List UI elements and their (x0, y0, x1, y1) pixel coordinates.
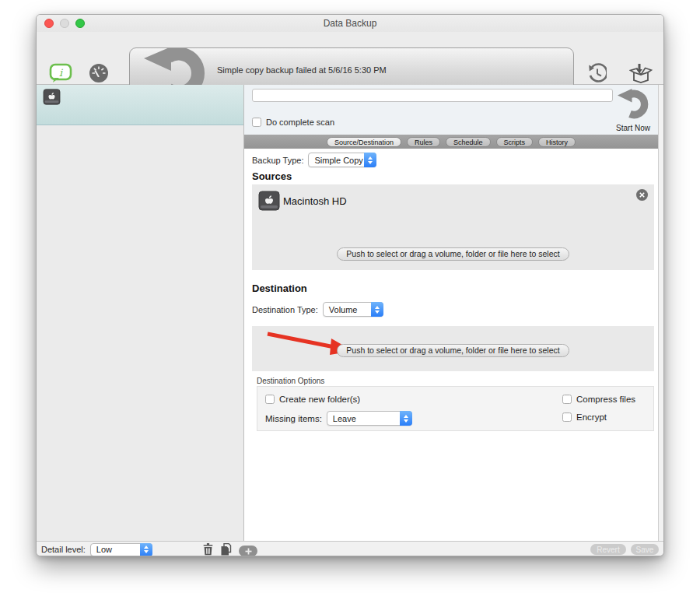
close-icon (639, 192, 645, 198)
source-volume-row[interactable]: Macintosh HD (258, 191, 347, 211)
backup-set-header: Do complete scan Start Now (244, 85, 658, 135)
destinations-box-icon (629, 63, 653, 83)
sources-heading: Sources (252, 170, 292, 182)
popup-stepper-icon (371, 302, 383, 317)
history-clock-icon (586, 63, 607, 83)
destination-box: Push to select or drag a volume, folder … (252, 326, 654, 371)
plus-icon (245, 548, 252, 555)
create-new-folders-checkbox[interactable] (265, 395, 275, 404)
tab-source-destination[interactable]: Source/Destination (327, 137, 401, 147)
main-panel: Do complete scan Start Now Source/Destin… (244, 85, 663, 541)
destination-type-select[interactable]: Volume (323, 302, 383, 317)
missing-items-label: Missing items: (265, 414, 322, 423)
popup-stepper-icon (400, 411, 412, 426)
delete-backup-set-button[interactable] (203, 543, 213, 556)
do-complete-scan-label: Do complete scan (266, 118, 334, 127)
backups-bubble-icon: i (49, 63, 72, 83)
status-message: Simple copy backup failed at 5/6/16 5:30… (217, 65, 387, 75)
destination-options-heading: Destination Options (257, 377, 324, 385)
bottom-bar: Detail level: Low (37, 541, 663, 556)
create-new-folders-label: Create new folder(s) (279, 395, 360, 404)
duplicate-backup-set-button[interactable] (220, 543, 232, 556)
toolbar: i Backups Dashboard (37, 32, 663, 85)
macintosh-hd-disk-icon (43, 89, 61, 105)
destination-heading: Destination (252, 282, 307, 294)
start-now-label: Start Now (613, 124, 653, 132)
detail-level-label: Detail level: (41, 545, 86, 554)
remove-source-button[interactable] (636, 189, 648, 201)
sources-box: Macintosh HD Push to select or drag a vo… (252, 184, 654, 270)
encrypt-label: Encrypt (576, 412, 607, 422)
start-now-arrow-icon (616, 88, 650, 121)
destination-options-box: Create new folder(s) Compress files Miss… (257, 386, 654, 431)
encrypt-checkbox[interactable] (562, 412, 572, 422)
backup-set-list (37, 85, 244, 541)
save-button[interactable]: Save (631, 544, 659, 555)
tab-bar: Source/Destination Rules Schedule Script… (244, 135, 658, 149)
backup-type-select[interactable]: Simple Copy (308, 153, 376, 167)
tab-scripts[interactable]: Scripts (496, 137, 534, 147)
source-volume-name: Macintosh HD (283, 195, 347, 207)
tab-rules[interactable]: Rules (407, 137, 440, 147)
missing-items-select[interactable]: Leave (327, 411, 412, 426)
backup-type-label: Backup Type: (252, 156, 303, 165)
app-window: Data Backup i Backups (36, 14, 664, 556)
detail-level-select[interactable]: Low (90, 543, 152, 556)
popup-stepper-icon (364, 153, 376, 167)
compress-files-checkbox[interactable] (562, 395, 572, 404)
detail-level-value: Low (96, 545, 112, 554)
macintosh-hd-disk-icon (258, 191, 280, 211)
tab-schedule[interactable]: Schedule (446, 137, 491, 147)
dashboard-gauge-icon (89, 63, 109, 83)
backup-set-item-selected[interactable] (37, 85, 243, 125)
tab-history[interactable]: History (538, 137, 576, 147)
vertical-scrollbar[interactable] (658, 85, 663, 541)
backup-set-name-input[interactable] (252, 89, 613, 102)
popup-stepper-icon (140, 543, 152, 556)
start-now-button[interactable]: Start Now (613, 88, 653, 132)
title-bar[interactable]: Data Backup (37, 15, 663, 32)
revert-button[interactable]: Revert (590, 544, 626, 555)
destination-type-value: Volume (329, 305, 358, 314)
add-backup-set-button[interactable] (239, 546, 257, 556)
window-title: Data Backup (37, 18, 663, 29)
backup-type-value: Simple Copy (314, 156, 362, 165)
duplicate-pages-icon (220, 543, 232, 556)
source-push-to-select-button[interactable]: Push to select or drag a volume, folder … (337, 247, 569, 261)
compress-files-label: Compress files (576, 395, 635, 404)
destination-type-label: Destination Type: (252, 305, 318, 314)
source-destination-pane: Backup Type: Simple Copy Sources Macinto… (244, 149, 658, 541)
missing-items-value: Leave (333, 414, 356, 423)
do-complete-scan-checkbox[interactable] (252, 118, 261, 127)
destination-push-to-select-button[interactable]: Push to select or drag a volume, folder … (337, 344, 569, 357)
trash-icon (203, 543, 213, 556)
